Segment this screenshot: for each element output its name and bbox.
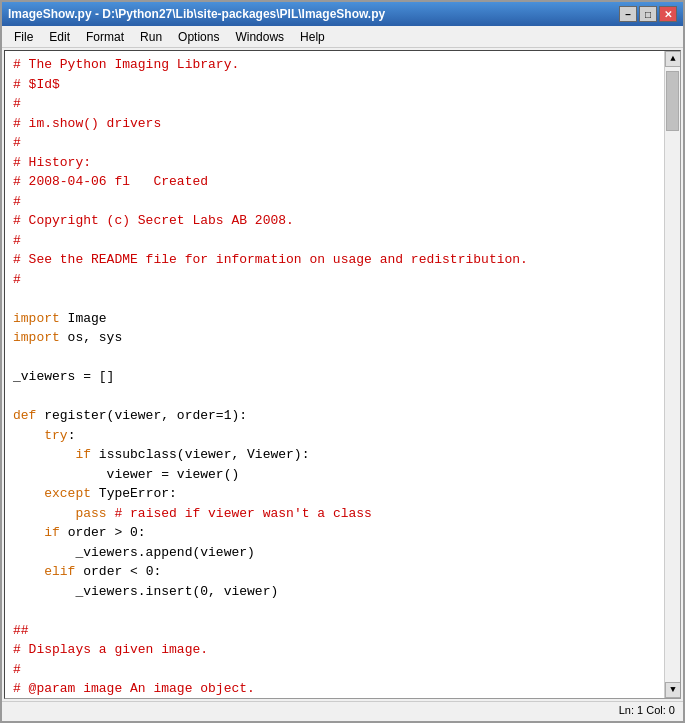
window-controls: – □ ✕ <box>619 6 677 22</box>
menu-file[interactable]: File <box>6 28 41 45</box>
scroll-down-button[interactable]: ▼ <box>665 682 681 698</box>
menu-edit[interactable]: Edit <box>41 28 78 45</box>
main-window: ImageShow.py - D:\Python27\Lib\site-pack… <box>0 0 685 723</box>
menu-bar: File Edit Format Run Options Windows Hel… <box>2 26 683 48</box>
scroll-thumb[interactable] <box>666 71 679 131</box>
menu-help[interactable]: Help <box>292 28 333 45</box>
close-button[interactable]: ✕ <box>659 6 677 22</box>
vertical-scrollbar[interactable]: ▲ ▼ <box>664 51 680 698</box>
menu-format[interactable]: Format <box>78 28 132 45</box>
editor-area: # The Python Imaging Library. # $Id$ # #… <box>4 50 681 699</box>
scroll-up-button[interactable]: ▲ <box>665 51 681 67</box>
scroll-track[interactable] <box>665 67 680 682</box>
title-bar: ImageShow.py - D:\Python27\Lib\site-pack… <box>2 2 683 26</box>
maximize-button[interactable]: □ <box>639 6 657 22</box>
cursor-position: Ln: 1 Col: 0 <box>619 704 675 719</box>
status-bar: Ln: 1 Col: 0 <box>2 701 683 721</box>
code-editor[interactable]: # The Python Imaging Library. # $Id$ # #… <box>5 51 664 698</box>
menu-windows[interactable]: Windows <box>227 28 292 45</box>
window-title: ImageShow.py - D:\Python27\Lib\site-pack… <box>8 7 385 21</box>
menu-options[interactable]: Options <box>170 28 227 45</box>
menu-run[interactable]: Run <box>132 28 170 45</box>
code-display: # The Python Imaging Library. # $Id$ # #… <box>13 55 656 698</box>
minimize-button[interactable]: – <box>619 6 637 22</box>
